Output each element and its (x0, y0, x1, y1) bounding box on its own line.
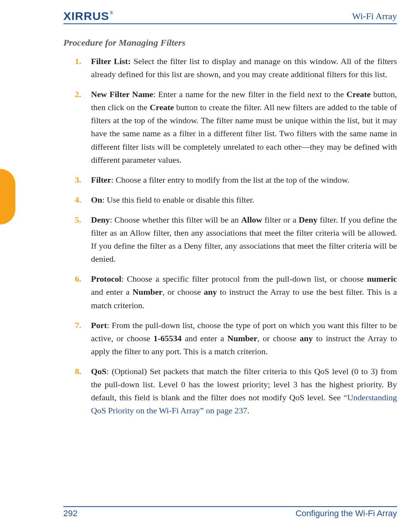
text: . (247, 406, 250, 415)
bold-text: Allow (241, 215, 262, 225)
list-body: Deny: Choose whether this filter will be… (91, 213, 397, 266)
page-header: XIRRUS ® Wi-Fi Array (63, 10, 397, 24)
list-item: 3. Filter: Choose a filter entry to modi… (63, 173, 397, 187)
list-number: 3. (63, 173, 91, 187)
list-item: 1. Filter List: Select the filter list t… (63, 55, 397, 81)
term-lead: On (91, 195, 102, 205)
list-item: 8. QoS: (Optional) Set packets that matc… (63, 365, 397, 417)
list-item: 5. Deny: Choose whether this filter will… (63, 213, 397, 266)
list-number: 2. (63, 88, 91, 167)
bold-text: numeric (367, 274, 397, 284)
page-footer: 292 Configuring the Wi-Fi Array (63, 506, 397, 518)
bold-text: any (300, 334, 313, 343)
list-body: Port: From the pull-down list, choose th… (91, 319, 397, 358)
text: : Choose a specific filter protocol from… (121, 274, 367, 284)
list-item: 2. New Filter Name: Enter a name for the… (63, 88, 397, 167)
side-tab-decor (0, 169, 15, 225)
term-lead: Filter List: (91, 56, 131, 66)
registered-icon: ® (110, 10, 113, 15)
term-lead: New Filter Name (91, 89, 153, 99)
brand-logo: XIRRUS ® (63, 10, 113, 23)
term-lead: QoS (91, 367, 106, 376)
procedure-list: 1. Filter List: Select the filter list t… (63, 55, 397, 417)
bold-text: Create (150, 102, 174, 112)
term-lead: Port (91, 320, 107, 330)
footer-section-title: Configuring the Wi-Fi Array (296, 509, 397, 518)
list-body: On: Use this field to enable or disable … (91, 193, 397, 206)
list-body: Protocol: Choose a specific filter proto… (91, 272, 397, 312)
text: : Choose whether this filter will be an (110, 215, 241, 225)
list-number: 4. (63, 193, 91, 206)
bold-text: Create (346, 89, 370, 99)
list-number: 7. (63, 319, 91, 358)
bold-text: Number (227, 334, 257, 343)
text: , or choose (162, 287, 203, 297)
bold-text: Deny (299, 215, 317, 225)
list-number: 8. (63, 365, 91, 417)
term-lead: Filter (91, 175, 111, 185)
term-lead: Deny (91, 215, 110, 225)
list-number: 1. (63, 55, 91, 81)
bold-text: any (204, 287, 217, 297)
list-body: New Filter Name: Enter a name for the ne… (91, 88, 397, 167)
bold-text: Number (132, 287, 162, 297)
term-lead: Protocol (91, 274, 121, 284)
text: : Enter a name for the new filter in the… (153, 89, 346, 99)
section-title: Procedure for Managing Filters (63, 38, 397, 48)
term-rest: : Choose a filter entry to modify from t… (111, 175, 350, 185)
text: , or choose (257, 334, 299, 343)
brand-logo-text: XIRRUS (63, 10, 109, 23)
page-number: 292 (63, 509, 78, 518)
term-rest: : Use this field to enable or disable th… (102, 195, 254, 205)
bold-text: 1-65534 (154, 334, 182, 343)
list-item: 6. Protocol: Choose a specific filter pr… (63, 272, 397, 312)
doc-title: Wi-Fi Array (352, 11, 397, 21)
list-body: Filter: Choose a filter entry to modify … (91, 173, 397, 187)
list-item: 7. Port: From the pull-down list, choose… (63, 319, 397, 358)
list-number: 5. (63, 213, 91, 266)
text: and enter a (91, 287, 132, 297)
list-number: 6. (63, 272, 91, 312)
text: filter or a (262, 215, 299, 225)
list-body: QoS: (Optional) Set packets that match t… (91, 365, 397, 417)
list-item: 4. On: Use this field to enable or disab… (63, 193, 397, 206)
term-rest: Select the filter list to display and ma… (91, 56, 397, 79)
text: and enter a (182, 334, 227, 343)
list-body: Filter List: Select the filter list to d… (91, 55, 397, 81)
